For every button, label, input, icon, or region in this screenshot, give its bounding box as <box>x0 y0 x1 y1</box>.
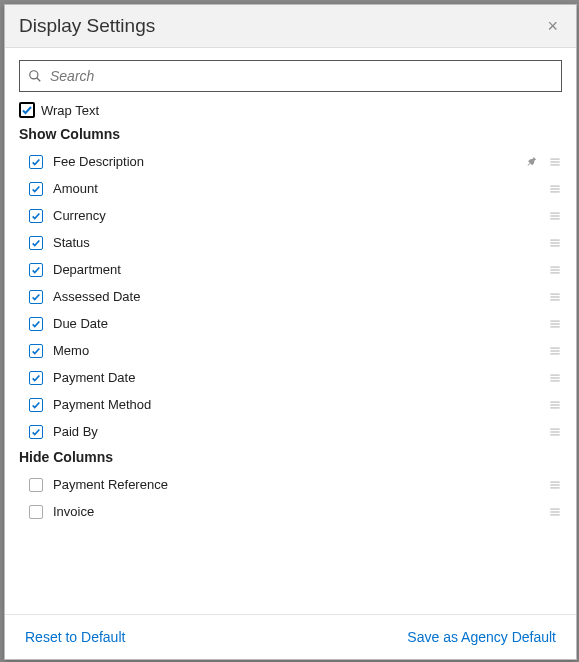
drag-handle-icon[interactable] <box>548 425 562 439</box>
column-label: Status <box>53 235 548 250</box>
drag-handle-icon[interactable] <box>548 317 562 331</box>
column-checkbox[interactable] <box>29 290 43 304</box>
column-label: Invoice <box>53 504 548 519</box>
column-checkbox[interactable] <box>29 209 43 223</box>
column-row: Payment Method <box>19 391 562 418</box>
column-checkbox[interactable] <box>29 236 43 250</box>
drag-handle-icon[interactable] <box>548 155 562 169</box>
wrap-text-label: Wrap Text <box>41 103 99 118</box>
close-icon: × <box>547 16 558 36</box>
column-label: Amount <box>53 181 548 196</box>
drag-handle-icon[interactable] <box>548 182 562 196</box>
wrap-text-checkbox[interactable] <box>19 102 35 118</box>
dialog-title: Display Settings <box>19 15 155 37</box>
search-input[interactable] <box>48 67 553 85</box>
column-label: Department <box>53 262 548 277</box>
wrap-text-row: Wrap Text <box>19 102 562 118</box>
column-label: Payment Date <box>53 370 548 385</box>
column-checkbox[interactable] <box>29 182 43 196</box>
search-icon <box>28 69 42 83</box>
drag-handle-icon[interactable] <box>548 398 562 412</box>
drag-handle-icon[interactable] <box>548 371 562 385</box>
show-columns-heading: Show Columns <box>19 126 562 142</box>
dialog-header: Display Settings × <box>5 5 576 48</box>
column-row: Due Date <box>19 310 562 337</box>
column-label: Payment Method <box>53 397 548 412</box>
display-settings-dialog: Display Settings × Wrap Text Show Column… <box>4 4 577 660</box>
column-checkbox[interactable] <box>29 155 43 169</box>
column-row: Amount <box>19 175 562 202</box>
column-row: Payment Reference <box>19 471 562 498</box>
column-row: Fee Description <box>19 148 562 175</box>
search-field[interactable] <box>19 60 562 92</box>
column-row: Invoice <box>19 498 562 525</box>
column-checkbox[interactable] <box>29 371 43 385</box>
column-row: Department <box>19 256 562 283</box>
pin-icon[interactable] <box>524 155 538 169</box>
column-label: Payment Reference <box>53 477 548 492</box>
column-row: Memo <box>19 337 562 364</box>
reset-to-default-link[interactable]: Reset to Default <box>25 629 125 645</box>
drag-handle-icon[interactable] <box>548 290 562 304</box>
column-row: Payment Date <box>19 364 562 391</box>
column-label: Assessed Date <box>53 289 548 304</box>
column-label: Currency <box>53 208 548 223</box>
hide-columns-heading: Hide Columns <box>19 449 562 465</box>
close-button[interactable]: × <box>543 15 562 37</box>
column-row: Status <box>19 229 562 256</box>
dialog-footer: Reset to Default Save as Agency Default <box>5 614 576 659</box>
save-as-agency-default-link[interactable]: Save as Agency Default <box>407 629 556 645</box>
drag-handle-icon[interactable] <box>548 209 562 223</box>
show-columns-list: Fee DescriptionAmountCurrencyStatusDepar… <box>19 148 562 445</box>
svg-point-0 <box>30 71 38 79</box>
drag-handle-icon[interactable] <box>548 344 562 358</box>
column-label: Memo <box>53 343 548 358</box>
column-checkbox[interactable] <box>29 425 43 439</box>
drag-handle-icon[interactable] <box>548 505 562 519</box>
column-checkbox[interactable] <box>29 263 43 277</box>
drag-handle-icon[interactable] <box>548 263 562 277</box>
column-row: Paid By <box>19 418 562 445</box>
drag-handle-icon[interactable] <box>548 478 562 492</box>
column-checkbox[interactable] <box>29 344 43 358</box>
column-checkbox[interactable] <box>29 317 43 331</box>
column-checkbox[interactable] <box>29 505 43 519</box>
column-label: Paid By <box>53 424 548 439</box>
column-row: Assessed Date <box>19 283 562 310</box>
column-checkbox[interactable] <box>29 398 43 412</box>
column-row: Currency <box>19 202 562 229</box>
column-checkbox[interactable] <box>29 478 43 492</box>
hide-columns-list: Payment ReferenceInvoice <box>19 471 562 525</box>
drag-handle-icon[interactable] <box>548 236 562 250</box>
column-label: Due Date <box>53 316 548 331</box>
dialog-body: Wrap Text Show Columns Fee DescriptionAm… <box>5 48 576 614</box>
column-label: Fee Description <box>53 154 524 169</box>
svg-line-1 <box>37 78 41 82</box>
